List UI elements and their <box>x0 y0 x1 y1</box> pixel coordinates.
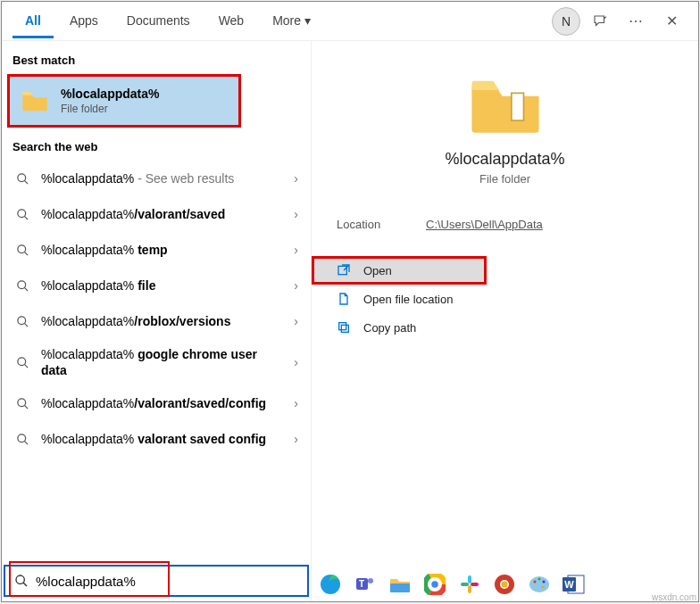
copy-path-action[interactable]: Copy path <box>312 313 698 342</box>
chevron-right-icon: › <box>294 278 298 293</box>
results-panel: Best match %localappdata% File folder Se… <box>2 41 311 601</box>
svg-point-3 <box>17 280 25 288</box>
tab-apps[interactable]: Apps <box>57 4 111 38</box>
best-match-subtitle: File folder <box>61 103 159 115</box>
edge-icon[interactable] <box>318 572 343 597</box>
feedback-icon[interactable] <box>584 5 616 37</box>
result-text: %localappdata% - See web results <box>41 170 283 186</box>
chrome-icon[interactable] <box>422 572 447 597</box>
svg-point-29 <box>502 582 508 588</box>
search-icon <box>14 397 30 410</box>
preview-subtitle: File folder <box>479 172 530 186</box>
close-icon[interactable]: ✕ <box>655 5 688 37</box>
result-text: %localappdata%/roblox/versions <box>41 313 283 329</box>
tab-documents[interactable]: Documents <box>114 4 203 38</box>
copy-path-label: Copy path <box>363 321 416 335</box>
open-file-location-action[interactable]: Open file location <box>312 285 698 313</box>
svg-rect-11 <box>339 323 346 330</box>
web-result-item[interactable]: %localappdata% file› <box>2 268 311 303</box>
search-icon <box>14 208 30 221</box>
open-icon <box>337 263 351 277</box>
paint-icon[interactable] <box>527 572 552 597</box>
search-icon <box>14 433 30 446</box>
svg-point-16 <box>368 578 373 583</box>
web-result-item[interactable]: %localappdata% google chrome user data› <box>2 339 311 385</box>
chevron-right-icon: › <box>294 314 298 328</box>
web-result-item[interactable]: %localappdata% temp› <box>2 232 311 268</box>
svg-rect-10 <box>341 325 348 332</box>
open-action[interactable]: Open <box>312 256 487 285</box>
svg-point-5 <box>17 358 25 366</box>
result-text: %localappdata% google chrome user data <box>41 346 283 378</box>
svg-rect-24 <box>461 583 469 586</box>
explorer-icon[interactable] <box>388 572 412 597</box>
chevron-right-icon: › <box>294 432 298 446</box>
web-result-item[interactable]: %localappdata% valorant saved config› <box>2 421 311 457</box>
chrome-canary-icon[interactable] <box>492 572 517 597</box>
word-icon[interactable]: W <box>562 572 587 597</box>
svg-point-33 <box>543 581 546 583</box>
user-avatar[interactable]: N <box>552 7 580 36</box>
tab-all[interactable]: All <box>12 4 54 38</box>
svg-point-12 <box>16 575 24 583</box>
web-result-item[interactable]: %localappdata%/valorant/saved/config› <box>2 385 311 421</box>
tabs-bar: All Apps Documents Web More ▾ N ⋯ ✕ <box>2 2 698 41</box>
folder-icon-large <box>469 73 542 137</box>
taskbar-tray: T W <box>318 572 587 597</box>
result-text: %localappdata% temp <box>41 242 283 258</box>
svg-point-4 <box>17 316 25 324</box>
svg-rect-25 <box>468 585 471 593</box>
preview-panel: %localappdata% File folder Location C:\U… <box>311 41 698 601</box>
file-location-icon <box>337 292 351 306</box>
chevron-right-icon: › <box>294 355 298 369</box>
more-icon[interactable]: ⋯ <box>620 5 652 37</box>
svg-rect-8 <box>511 93 523 120</box>
open-file-location-label: Open file location <box>363 293 453 306</box>
web-result-item[interactable]: %localappdata%/valorant/saved› <box>2 196 311 232</box>
search-icon <box>14 244 30 257</box>
folder-icon <box>21 89 48 112</box>
svg-rect-23 <box>468 575 471 583</box>
search-input[interactable] <box>36 574 298 589</box>
web-result-item[interactable]: %localappdata%/roblox/versions› <box>2 303 311 339</box>
result-text: %localappdata% file <box>41 277 283 294</box>
search-icon <box>14 315 30 328</box>
svg-text:T: T <box>359 579 364 589</box>
section-search-web: Search the web <box>2 128 311 161</box>
slack-icon[interactable] <box>457 572 482 597</box>
best-match-title: %localappdata% <box>61 87 159 101</box>
preview-title: %localappdata% <box>445 150 564 169</box>
best-match-item[interactable]: %localappdata% File folder <box>7 74 241 128</box>
teams-icon[interactable]: T <box>353 572 378 597</box>
svg-point-7 <box>17 434 25 443</box>
chevron-right-icon: › <box>294 171 298 186</box>
chevron-right-icon: › <box>294 396 298 410</box>
search-icon <box>14 172 30 186</box>
tab-more-label: More <box>272 13 301 28</box>
svg-point-1 <box>17 209 25 217</box>
svg-point-2 <box>17 244 25 252</box>
location-link[interactable]: C:\Users\Dell\AppData <box>426 218 543 231</box>
watermark: wsxdn.com <box>652 592 696 602</box>
web-result-item[interactable]: %localappdata% - See web results› <box>2 161 311 196</box>
svg-rect-9 <box>338 266 346 274</box>
location-label: Location <box>337 218 426 231</box>
svg-text:W: W <box>564 579 574 590</box>
open-label: Open <box>363 264 392 277</box>
search-icon <box>14 356 30 369</box>
section-best-match: Best match <box>2 41 311 74</box>
result-text: %localappdata%/valorant/saved <box>41 206 283 222</box>
result-text: %localappdata%/valorant/saved/config <box>41 395 283 411</box>
search-bar[interactable] <box>4 565 309 597</box>
search-icon <box>14 574 29 588</box>
svg-point-34 <box>542 586 545 589</box>
tab-web[interactable]: Web <box>206 4 257 38</box>
search-icon <box>14 279 30 293</box>
tab-more[interactable]: More ▾ <box>260 4 323 38</box>
svg-point-32 <box>538 578 541 581</box>
svg-rect-26 <box>471 583 479 586</box>
chevron-right-icon: › <box>294 243 298 257</box>
svg-point-0 <box>17 173 25 181</box>
copy-icon <box>337 320 351 335</box>
chevron-down-icon: ▾ <box>304 13 311 28</box>
